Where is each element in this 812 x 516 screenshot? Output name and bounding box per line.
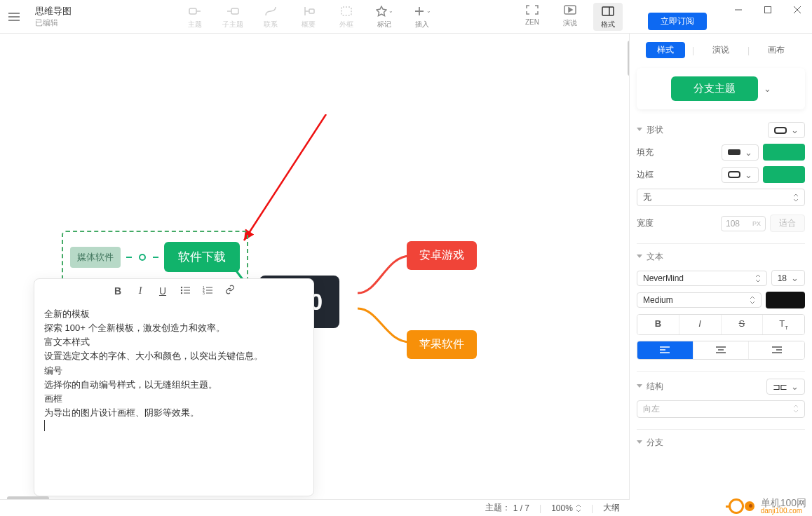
underline-button[interactable]: U: [156, 285, 169, 297]
tab-style[interactable]: 样式: [646, 42, 685, 58]
selected-node-group[interactable]: 媒体软件 软件下载: [62, 231, 248, 283]
node-apple-software[interactable]: 苹果软件: [407, 330, 477, 359]
connector-dash: [153, 257, 158, 258]
structure-icon: ⊐⊏: [773, 381, 787, 392]
note-line: 选择你的自动编号样式，以无缝组织主题。: [44, 378, 304, 392]
style-preset-chip[interactable]: 分支主题: [671, 76, 758, 101]
watermark: 单机100网 danji100.com: [729, 498, 806, 515]
structure-direction-select[interactable]: 向左: [637, 400, 805, 418]
subscribe-button[interactable]: 立即订阅: [648, 13, 707, 30]
border-label: 边框: [637, 169, 654, 181]
section-title-structure[interactable]: 结构: [637, 381, 663, 393]
toolbar-insert[interactable]: ⌄插入: [407, 4, 437, 29]
note-line: 富文本样式: [44, 335, 304, 349]
fit-button[interactable]: 适合: [770, 215, 805, 232]
status-bar: 主题：1 / 7 | 100% | 大纲: [0, 499, 630, 516]
tab-canvas[interactable]: 画布: [757, 42, 796, 58]
toolbar-format[interactable]: 格式: [593, 3, 623, 31]
zoom-control[interactable]: 100%: [551, 503, 581, 513]
strike-toggle[interactable]: S: [722, 315, 764, 334]
svg-point-8: [181, 289, 182, 290]
section-title-text[interactable]: 文本: [637, 251, 805, 263]
watermark-logo-icon: [729, 498, 757, 515]
node-download[interactable]: 软件下载: [164, 242, 240, 272]
width-label: 宽度: [637, 217, 654, 229]
solid-fill-icon: [728, 149, 740, 155]
border-style-select[interactable]: ⌄: [722, 167, 759, 183]
document-subtitle: 已编辑: [35, 18, 72, 28]
text-color-swatch[interactable]: [766, 292, 805, 308]
note-line: 探索 100+ 个全新模板，激发创造力和效率。: [44, 321, 304, 335]
shape-type-select[interactable]: ⌄: [768, 122, 805, 138]
section-title-shape[interactable]: 形状: [637, 124, 663, 136]
bold-button[interactable]: B: [111, 285, 124, 297]
align-right-button[interactable]: [749, 341, 804, 359]
font-family-select[interactable]: NeverMind: [637, 271, 767, 286]
svg-point-9: [181, 292, 182, 293]
section-branch: 分支: [637, 437, 805, 449]
style-preset-row: 分支主题 ⌄: [637, 68, 805, 109]
font-size-select[interactable]: 18⌄: [771, 270, 805, 286]
note-editor-popover[interactable]: B I U 123 全新的模板探索 100+ 个全新模板，激发创造力和效率。富文…: [34, 278, 314, 496]
section-structure: 结构 ⊐⊏⌄ 向左: [637, 379, 805, 418]
text-style-segments: B I S TT: [637, 314, 805, 335]
note-line: 设置选定文本的字体、大小和颜色，以突出关键信息。: [44, 349, 304, 363]
watermark-text-cn: 单机100网: [761, 498, 806, 508]
chevron-down-icon[interactable]: ⌄: [764, 83, 771, 94]
svg-rect-2: [309, 9, 314, 13]
toolbar-topic: 主题: [180, 4, 210, 29]
document-title-block: 思维导图 已编辑: [28, 5, 72, 28]
tab-present[interactable]: 演说: [701, 42, 740, 58]
stepper-icon: [576, 504, 581, 512]
bullet-list-button[interactable]: [179, 285, 191, 297]
bold-toggle[interactable]: B: [637, 315, 679, 334]
italic-toggle[interactable]: I: [679, 315, 722, 334]
rounded-rect-icon: [774, 127, 787, 134]
textcase-toggle[interactable]: TT: [763, 315, 804, 334]
width-input[interactable]: 108 PX: [721, 216, 766, 231]
right-toolbar: ZEN演说格式: [517, 3, 623, 31]
border-rect-icon: [728, 171, 740, 178]
note-body[interactable]: 全新的模板探索 100+ 个全新模板，激发创造力和效率。富文本样式设置选定文本的…: [34, 303, 313, 440]
main-toolbar: 主题子主题联系概要外框⌄标记⌄插入: [180, 4, 437, 29]
toolbar-marker[interactable]: ⌄标记: [370, 4, 399, 29]
svg-rect-3: [341, 7, 351, 15]
close-button[interactable]: [783, 0, 812, 20]
toolbar-boundary: 外框: [332, 4, 361, 29]
section-title-branch[interactable]: 分支: [637, 437, 805, 449]
outline-toggle[interactable]: 大纲: [603, 502, 620, 514]
svg-rect-1: [231, 8, 238, 14]
fill-color-swatch[interactable]: [763, 144, 805, 161]
maximize-button[interactable]: [753, 0, 783, 20]
link-button[interactable]: [224, 285, 236, 297]
numbered-list-button[interactable]: 123: [201, 285, 214, 297]
border-line-select[interactable]: 无: [637, 189, 805, 206]
hamburger-menu[interactable]: [0, 0, 28, 34]
node-android-games[interactable]: 安卓游戏: [407, 241, 477, 270]
section-text: 文本 NeverMind 18⌄ Medium B I S TT: [637, 251, 805, 360]
note-toolbar: B I U 123: [34, 279, 313, 303]
svg-point-7: [181, 286, 182, 287]
connector-dot: [139, 254, 146, 261]
align-center-button[interactable]: [693, 341, 750, 359]
italic-button[interactable]: I: [134, 285, 147, 297]
text-cursor: [44, 420, 45, 431]
subnode-media[interactable]: 媒体软件: [70, 247, 121, 268]
document-title: 思维导图: [35, 5, 72, 18]
structure-type-select[interactable]: ⊐⊏⌄: [766, 379, 805, 395]
watermark-text-en: danji100.com: [761, 508, 806, 515]
toolbar-present[interactable]: 演说: [555, 3, 585, 31]
stepper-icon: [793, 194, 799, 202]
note-line: 画框: [44, 392, 304, 406]
font-weight-select[interactable]: Medium: [637, 292, 762, 308]
fill-style-select[interactable]: ⌄: [722, 144, 759, 161]
minimize-button[interactable]: [724, 0, 753, 20]
note-line: 全新的模板: [44, 307, 304, 321]
mindmap-canvas[interactable]: 媒体软件 软件下载 ,100 安卓游戏 苹果软件 B I U 123 全新的模板…: [0, 34, 629, 499]
svg-rect-6: [765, 7, 771, 13]
window-controls: [724, 0, 812, 20]
text-align-segments: [637, 341, 805, 360]
toolbar-zen[interactable]: ZEN: [517, 3, 547, 31]
align-left-button[interactable]: [637, 341, 693, 359]
border-color-swatch[interactable]: [763, 166, 805, 183]
